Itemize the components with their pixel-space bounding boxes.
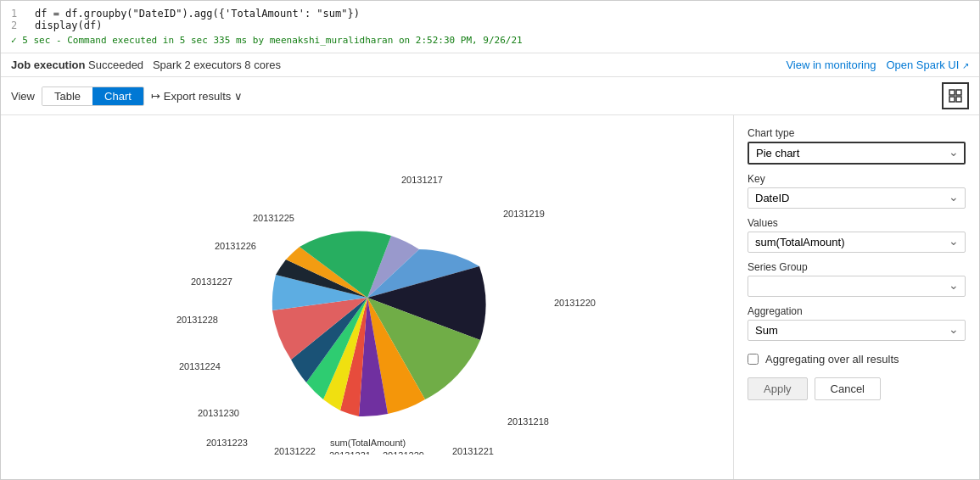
label-20131221: 20131221 [452, 446, 494, 455]
values-select[interactable]: sum(TotalAmount) [748, 232, 966, 253]
action-row: Apply Cancel [748, 377, 966, 400]
series-group-select[interactable] [748, 276, 966, 297]
export-chevron-icon: ∨ [234, 90, 243, 103]
label-20131227: 20131227 [191, 276, 232, 287]
label-20131223: 20131223 [206, 438, 248, 448]
tab-table[interactable]: Table [42, 87, 92, 105]
chart-type-select-wrapper: Pie chart [748, 142, 966, 165]
svg-rect-2 [949, 97, 955, 102]
label-20131228: 20131228 [176, 315, 218, 325]
tab-group: Table Chart [42, 87, 144, 106]
svg-rect-3 [956, 97, 961, 102]
job-execution-label: Job execution [11, 59, 85, 71]
label-20131225: 20131225 [253, 213, 294, 223]
cancel-button[interactable]: Cancel [815, 377, 881, 400]
chart-area: 20131217 20131219 20131220 20131218 2013… [1, 115, 733, 479]
open-spark-ui-link[interactable]: Open Spark UI ↗ [886, 59, 969, 71]
external-link-icon: ↗ [962, 61, 969, 70]
label-20131230: 20131230 [198, 408, 239, 418]
series-group-row: Series Group [748, 261, 966, 297]
key-label: Key [748, 173, 966, 185]
pie-chart-svg: 20131217 20131219 20131220 20131218 2013… [121, 141, 613, 455]
job-links: View in monitoring Open Spark UI ↗ [786, 59, 969, 71]
code-area: 1 df = df.groupby("DateID").agg({'TotalA… [1, 1, 979, 53]
checkbox-row: Aggregating over all results [748, 353, 966, 366]
spark-info: Spark 2 executors 8 cores [153, 59, 281, 71]
view-bar: View Table Chart ↦ Export results ∨ [1, 77, 979, 115]
label-20131220: 20131220 [554, 298, 596, 308]
code-text-2: display(df) [35, 20, 102, 31]
job-bar: Job execution Succeeded Spark 2 executor… [1, 53, 979, 77]
label-20131218: 20131218 [507, 416, 549, 427]
main-container: 1 df = df.groupby("DateID").agg({'TotalA… [0, 0, 980, 480]
aggregating-checkbox[interactable] [748, 354, 759, 365]
settings-panel: Chart type Pie chart Key DateID Valu [733, 115, 979, 479]
values-label: Values [748, 217, 966, 229]
export-results-button[interactable]: ↦ Export results ∨ [151, 90, 243, 103]
chart-type-row: Chart type Pie chart [748, 127, 966, 165]
line-num-1: 1 [11, 8, 25, 20]
code-text-1: df = df.groupby("DateID").agg({'TotalAmo… [35, 8, 360, 20]
series-group-select-wrapper [748, 276, 966, 297]
label-20131222: 20131222 [274, 446, 316, 455]
table-view-icon-button[interactable] [942, 82, 969, 109]
key-select-wrapper: DateID [748, 187, 966, 209]
job-status: Succeeded [88, 59, 143, 71]
svg-rect-0 [949, 90, 955, 95]
export-icon: ↦ [151, 90, 160, 103]
values-row: Values sum(TotalAmount) [748, 217, 966, 253]
aggregation-label: Aggregation [748, 305, 966, 317]
pie-container: 20131217 20131219 20131220 20131218 2013… [121, 141, 613, 455]
view-label: View [11, 90, 35, 103]
label-20131217: 20131217 [401, 175, 443, 185]
view-monitoring-link[interactable]: View in monitoring [786, 59, 876, 71]
chart-type-select[interactable]: Pie chart [748, 142, 966, 165]
line-num-2: 2 [11, 20, 25, 31]
aggregation-select[interactable]: Sum [748, 320, 966, 341]
success-message: ✓ 5 sec - Command executed in 5 sec 335 … [11, 35, 969, 46]
label-20131224: 20131224 [179, 361, 221, 371]
label-center: sum(TotalAmount) [330, 438, 406, 448]
label-20131231: 20131231 [329, 450, 371, 455]
values-select-wrapper: sum(TotalAmount) [748, 232, 966, 253]
chart-type-label: Chart type [748, 127, 966, 139]
label-20131229: 20131229 [383, 450, 424, 455]
svg-rect-1 [956, 90, 961, 95]
code-line-2: 2 display(df) [11, 20, 969, 31]
key-row: Key DateID [748, 173, 966, 209]
aggregation-select-wrapper: Sum [748, 320, 966, 341]
label-20131219: 20131219 [503, 209, 545, 219]
view-left: View Table Chart ↦ Export results ∨ [11, 87, 243, 106]
grid-icon [949, 89, 962, 103]
content-area: 20131217 20131219 20131220 20131218 2013… [1, 115, 979, 479]
job-info: Job execution Succeeded Spark 2 executor… [11, 59, 281, 71]
tab-chart[interactable]: Chart [92, 87, 143, 105]
code-line-1: 1 df = df.groupby("DateID").agg({'TotalA… [11, 8, 969, 20]
key-select[interactable]: DateID [748, 187, 966, 209]
apply-button[interactable]: Apply [748, 377, 808, 400]
series-group-label: Series Group [748, 261, 966, 273]
label-20131226: 20131226 [215, 241, 256, 251]
aggregating-label[interactable]: Aggregating over all results [765, 353, 899, 366]
aggregation-row: Aggregation Sum [748, 305, 966, 341]
